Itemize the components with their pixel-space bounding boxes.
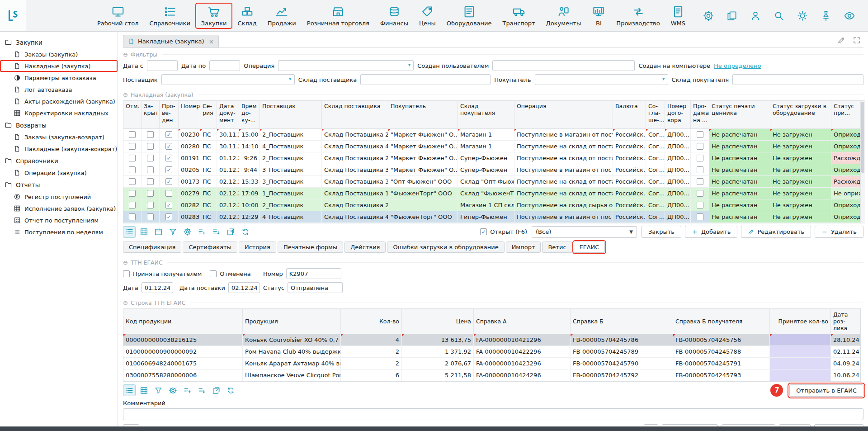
collapse-icon[interactable]: ⊖ (123, 92, 128, 98)
column-header[interactable]: Статус загрузки в оборудование (770, 101, 831, 128)
invoice-row[interactable]: 00282ПС02.12.2410:002_ПоставщикСклад Пос… (123, 199, 865, 211)
column-header[interactable]: Принятое кол-во (770, 309, 831, 334)
tab-specification[interactable]: Спецификация (123, 242, 181, 253)
row-checkbox[interactable] (129, 131, 136, 138)
column-header[interactable]: Продукция (243, 309, 341, 334)
sidebar-item[interactable]: Лог автозаказа (0, 84, 118, 95)
date-from-input[interactable] (147, 60, 178, 71)
invoice-row[interactable]: 00191ПС01.12.249:262_ПоставщикСклад Пост… (123, 152, 865, 164)
toolbar-item-purchases[interactable]: Закупки (196, 3, 232, 28)
topbar-notes-button[interactable] (726, 10, 738, 22)
toolbar-item-sales[interactable]: Продажи (262, 3, 302, 28)
expand-icon[interactable] (853, 36, 861, 44)
column-header[interactable]: Справка Б (571, 309, 673, 334)
column-header[interactable]: Дата роз- лива (831, 309, 860, 334)
toolbar-item-prices[interactable]: Цены (414, 3, 441, 28)
row-checkbox[interactable] (165, 202, 172, 208)
collapse-icon[interactable]: ⊖ (123, 260, 128, 265)
sidebar-group-0[interactable]: Закупки (0, 36, 118, 48)
toolbar-settings-button[interactable] (166, 384, 179, 396)
tab-load-errors[interactable]: Ошибки загрузки в оборудование (387, 242, 504, 253)
toolbar-list-view-button[interactable] (123, 384, 136, 396)
accepted-checkbox[interactable] (123, 270, 130, 277)
column-header[interactable]: Справка А (474, 309, 571, 334)
ttn-line-row[interactable]: 0100606948240001675Коньяк Арарат Ахтамар… (123, 358, 860, 369)
buyer-warehouse-input[interactable] (732, 74, 863, 85)
topbar-visibility-button[interactable] (844, 10, 855, 22)
close-list-button[interactable]: Закрыть (642, 226, 681, 238)
ttn-line-row[interactable]: 0000000000038216125Коньяк Courvoisier XO… (123, 334, 860, 346)
toolbar-open-window-button[interactable] (210, 384, 222, 396)
toolbar-calendar-button[interactable] (152, 226, 165, 238)
row-checkbox[interactable] (147, 178, 154, 185)
invoice-row[interactable]: 00173ПС02.12.2415:333_ПоставщикСклад Пос… (123, 176, 865, 188)
toolbar-grid-view-button[interactable] (137, 384, 150, 396)
row-checkbox[interactable] (697, 202, 703, 208)
row-checkbox[interactable] (165, 213, 172, 220)
sidebar-group-1[interactable]: Возвраты (0, 119, 118, 131)
row-checkbox[interactable] (697, 178, 703, 185)
invoice-row[interactable]: 00205ПС01.12.249:443_ПоставщикСклад Пост… (123, 164, 865, 176)
topbar-theme-button[interactable] (797, 10, 808, 22)
scrollbar-thumb[interactable] (861, 102, 864, 173)
created-by-input[interactable] (492, 60, 635, 71)
column-header[interactable]: Поставщик (260, 101, 322, 128)
row-checkbox[interactable] (147, 166, 154, 173)
vertical-scrollbar[interactable] (860, 101, 865, 223)
toolbar-item-retail[interactable]: Розничная торговля (302, 3, 375, 28)
comment-input[interactable] (123, 408, 863, 420)
ttn-number-input[interactable] (286, 268, 341, 279)
sidebar-item[interactable]: Операции (закупка) (0, 167, 118, 179)
date-to-input[interactable] (209, 60, 240, 71)
supplier-combo[interactable] (161, 74, 295, 85)
sidebar-group-2[interactable]: Справочники (0, 155, 118, 167)
sidebar-item[interactable]: Корректировки накладных (0, 107, 118, 119)
column-header[interactable]: Номер дого- вора (665, 101, 691, 128)
topbar-profile-button[interactable] (750, 10, 761, 22)
column-header[interactable]: За- крыт (142, 101, 160, 128)
tab-history[interactable]: История (239, 242, 276, 253)
row-checkbox[interactable] (165, 155, 172, 161)
row-checkbox[interactable] (147, 213, 154, 220)
column-header[interactable]: Отм. (123, 101, 142, 128)
column-header[interactable]: Покупатель (388, 101, 458, 128)
row-checkbox[interactable] (129, 202, 136, 208)
column-header[interactable]: Дата доку- мент (217, 101, 239, 128)
row-checkbox[interactable] (147, 131, 154, 138)
edit-button[interactable]: Редактировать (741, 226, 811, 238)
toolbar-item-warehouse[interactable]: Склад (232, 3, 262, 28)
accepted-row[interactable]: Принята получателем (123, 270, 202, 277)
topbar-search-button[interactable] (773, 10, 785, 22)
sidebar-item[interactable]: Поступления по неделям (0, 226, 118, 238)
column-header[interactable]: Се- рия (200, 101, 217, 128)
column-header[interactable]: Номер (179, 101, 200, 128)
column-header[interactable]: Про- дажа на ... (691, 101, 709, 128)
sidebar-item[interactable]: Накладные (закупка) (0, 60, 118, 72)
row-checkbox[interactable] (129, 155, 136, 161)
column-header[interactable]: Валюта (613, 101, 646, 128)
ttn-date-input[interactable] (142, 282, 173, 293)
ttn-line-row[interactable]: 0100000000900000092Ром Havana Club 40% в… (123, 346, 860, 358)
row-checkbox[interactable] (165, 178, 172, 185)
collapse-icon[interactable]: ⊖ (123, 300, 128, 306)
row-checkbox[interactable] (147, 190, 154, 197)
supplier-warehouse-input[interactable] (360, 74, 491, 85)
toolbar-item-desktop[interactable]: Рабочий стол (92, 3, 144, 28)
toolbar-item-wms[interactable]: WMS (665, 3, 691, 28)
column-header[interactable]: Со- гла- ше-... (646, 101, 665, 128)
toolbar-item-equipment[interactable]: Оборудование (441, 3, 497, 28)
row-checkbox[interactable] (129, 166, 136, 173)
open-filter-row[interactable]: Открыт (F6) (480, 228, 527, 235)
invoice-row[interactable]: 00230ПС30.11.2415:002_ПоставщикСклад Пос… (123, 129, 865, 141)
toolbar-refresh-button[interactable] (224, 384, 237, 396)
toolbar-grid-view-button[interactable] (137, 226, 150, 238)
toolbar-settings-button[interactable] (181, 226, 193, 238)
send-to-egais-button[interactable]: Отправить в ЕГАИС (789, 384, 863, 397)
row-checkbox[interactable] (165, 190, 172, 197)
row-checkbox[interactable] (129, 190, 136, 197)
row-checkbox[interactable] (165, 131, 172, 138)
column-header[interactable]: Склад покупателя (458, 101, 514, 128)
ttn-delivery-date-input[interactable] (228, 282, 260, 293)
column-header[interactable]: Операция (514, 101, 613, 128)
add-button[interactable]: Добавить (685, 226, 737, 238)
